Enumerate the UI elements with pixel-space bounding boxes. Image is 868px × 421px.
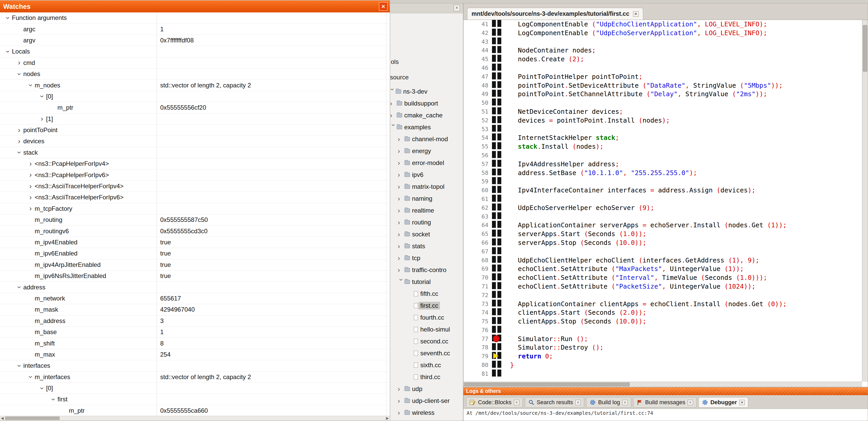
breakpoint-margin[interactable] xyxy=(492,203,501,212)
chevron-right-icon[interactable]: › xyxy=(26,182,35,190)
breakpoint-margin[interactable] xyxy=(492,125,501,134)
watch-row[interactable]: m_network655617 xyxy=(0,293,390,304)
watch-row[interactable]: ›stack xyxy=(0,147,390,158)
code-line[interactable]: 70 echoClient.SetAttribute ("Interval", … xyxy=(464,273,862,282)
watch-row[interactable]: m_max254 xyxy=(0,349,390,360)
code-line[interactable]: 53 xyxy=(464,125,862,134)
close-icon[interactable]: × xyxy=(739,400,745,405)
watches-titlebar[interactable]: Watches × xyxy=(0,1,390,12)
breakpoint-margin[interactable] xyxy=(492,151,501,160)
code-line[interactable]: 61 xyxy=(464,195,862,203)
code-line[interactable]: 79 return 0; xyxy=(464,352,862,361)
watch-row[interactable]: ›cmd xyxy=(0,57,390,68)
code-line[interactable]: 55 stack.Install (nodes); xyxy=(464,142,862,151)
breakpoint-margin[interactable] xyxy=(492,37,501,46)
chevron-right-icon[interactable]: › xyxy=(398,231,404,238)
breakpoint-margin[interactable] xyxy=(492,169,501,177)
chevron-down-icon[interactable]: › xyxy=(50,395,58,403)
watch-row[interactable]: ›address xyxy=(0,282,390,293)
chevron-down-icon[interactable]: › xyxy=(15,361,23,370)
chevron-right-icon[interactable]: › xyxy=(398,409,404,417)
code-line[interactable]: 69 echoClient.SetAttribute ("MaxPackets"… xyxy=(464,264,862,273)
editor-horizontal-scrollbar[interactable] xyxy=(464,382,862,387)
breakpoint-margin[interactable] xyxy=(492,107,501,116)
watch-row[interactable]: ›m_interfacesstd::vector of length 2, ca… xyxy=(0,371,390,383)
code-line[interactable]: 48 pointToPoint.SetDeviceAttribute ("Dat… xyxy=(464,81,862,90)
chevron-right-icon[interactable]: › xyxy=(398,171,404,179)
chevron-down-icon[interactable]: › xyxy=(4,47,12,56)
chevron-right-icon[interactable]: › xyxy=(390,100,397,107)
logs-tab-search-results[interactable]: Search results× xyxy=(525,397,584,408)
chevron-right-icon[interactable]: › xyxy=(26,171,35,179)
code-line[interactable]: 46 xyxy=(464,64,862,72)
chevron-down-icon[interactable]: › xyxy=(38,92,46,101)
chevron-right-icon[interactable]: › xyxy=(398,135,404,143)
code-line[interactable]: 58 address.SetBase ("10.1.1.0", "255.255… xyxy=(464,169,862,177)
close-icon[interactable]: × xyxy=(622,400,628,405)
code-line[interactable]: 73 ApplicationContainer clientApps = ech… xyxy=(464,300,862,309)
breakpoint-margin[interactable] xyxy=(492,29,501,37)
code-line[interactable]: 62 UdpEchoServerHelper echoServer (9); xyxy=(464,203,862,212)
editor-tab-first-cc[interactable]: mnt/dev/tools/source/ns-3-dev/examples/t… xyxy=(467,8,643,20)
breakpoint-margin[interactable] xyxy=(492,369,501,378)
close-icon[interactable]: × xyxy=(514,400,519,405)
breakpoint-margin[interactable] xyxy=(492,64,501,72)
watch-row[interactable]: m_ipv4Enabledtrue xyxy=(0,237,390,248)
logs-tab-build-messages[interactable]: Build messages× xyxy=(633,397,696,408)
chevron-down-icon[interactable]: › xyxy=(15,149,23,157)
chevron-right-icon[interactable]: › xyxy=(398,255,404,262)
watch-row[interactable]: ›m_tcpFactory xyxy=(0,203,390,215)
chevron-down-icon[interactable]: › xyxy=(27,81,35,90)
editor-vertical-scrollbar[interactable] xyxy=(862,20,868,382)
code-line[interactable]: 66 serverApps.Stop (Seconds (10.0)); xyxy=(464,238,862,247)
chevron-down-icon[interactable]: › xyxy=(38,384,46,392)
breakpoint-margin[interactable] xyxy=(492,291,501,300)
breakpoint-margin[interactable] xyxy=(492,308,501,317)
close-icon[interactable]: × xyxy=(688,400,693,405)
column-divider[interactable] xyxy=(386,12,386,416)
code-line[interactable]: 74 clientApps.Start (Seconds (2.0)); xyxy=(464,308,862,317)
breakpoint-margin[interactable] xyxy=(492,55,501,64)
watch-row[interactable]: m_base1 xyxy=(0,327,390,338)
chevron-right-icon[interactable]: › xyxy=(398,148,404,155)
logs-tab-code-blocks[interactable]: Code::Blocks× xyxy=(466,397,523,408)
chevron-right-icon[interactable]: › xyxy=(398,266,404,274)
code-line[interactable]: 50 xyxy=(464,99,862,107)
tree-root-source[interactable]: source xyxy=(390,74,409,81)
chevron-right-icon[interactable]: › xyxy=(38,115,46,123)
code-line[interactable]: 56 xyxy=(464,151,862,160)
close-icon[interactable]: × xyxy=(379,2,388,11)
breakpoint-margin[interactable] xyxy=(492,116,501,125)
breakpoint-margin[interactable] xyxy=(492,46,501,55)
logs-tab-debugger[interactable]: Debugger× xyxy=(699,397,748,408)
watch-row[interactable]: m_ipv6NsRsJitterEnabledtrue xyxy=(0,270,390,282)
code-line[interactable]: 42 LogComponentEnable ("UdpEchoServerApp… xyxy=(464,29,862,37)
chevron-down-icon[interactable]: › xyxy=(4,14,12,22)
watch-row[interactable]: m_ipv6Enabledtrue xyxy=(0,248,390,259)
watch-row[interactable]: m_routingv60x5555555cd3c0 xyxy=(0,226,390,237)
chevron-right-icon[interactable]: › xyxy=(26,193,35,201)
chevron-down-icon[interactable]: › xyxy=(398,279,405,285)
breakpoint-margin[interactable] xyxy=(492,273,501,282)
breakpoint-margin[interactable] xyxy=(492,72,501,81)
watch-row[interactable]: ›<ns3::PcapHelperForIpv4> xyxy=(0,158,390,169)
breakpoint-margin[interactable] xyxy=(492,212,501,221)
chevron-down-icon[interactable]: › xyxy=(15,70,23,78)
code-line[interactable]: 76 xyxy=(464,326,862,335)
breakpoint-margin[interactable] xyxy=(492,238,501,247)
watch-row[interactable]: ›pointToPoint xyxy=(0,125,390,136)
chevron-right-icon[interactable]: › xyxy=(390,112,397,119)
breakpoint-margin[interactable] xyxy=(492,343,501,352)
chevron-down-icon[interactable]: › xyxy=(15,283,23,291)
chevron-right-icon[interactable]: › xyxy=(398,195,404,202)
watch-row[interactable]: argv0x7fffffffdf08 xyxy=(0,35,390,46)
watch-row[interactable]: ›interfaces xyxy=(0,360,390,371)
code-line[interactable]: 71 echoClient.SetAttribute ("PacketSize"… xyxy=(464,282,862,291)
breakpoint-margin[interactable] xyxy=(492,195,501,203)
breakpoint-icon[interactable] xyxy=(493,335,500,342)
code-line[interactable]: 75 clientApps.Stop (Seconds (10.0)); xyxy=(464,317,862,326)
breakpoint-margin[interactable] xyxy=(492,335,501,344)
logs-tab-build-log[interactable]: Build log× xyxy=(586,397,631,408)
chevron-right-icon[interactable]: › xyxy=(26,160,35,168)
watch-row[interactable]: m_ipv4ArpJitterEnabledtrue xyxy=(0,259,390,270)
